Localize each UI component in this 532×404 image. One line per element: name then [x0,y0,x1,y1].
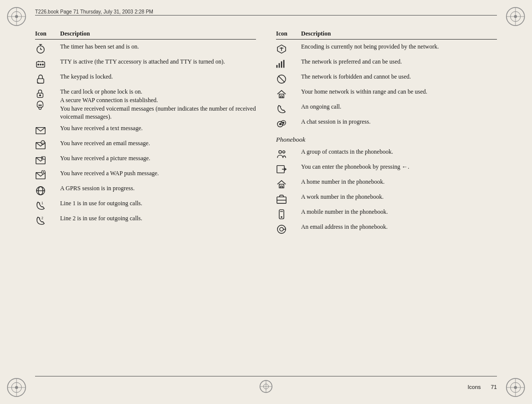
left-column: Icon Description The timer has been set … [35,30,256,374]
table-row: You have received a text message. [35,124,256,136]
icon-cell-line1: 1 [35,199,60,211]
icon-cell-home-network [276,88,301,100]
table-row: A GPRS session is in progress. [35,184,256,196]
table-row: @ You have received an email message. [35,139,256,151]
svg-rect-62 [281,96,283,98]
desc-cell-gprs: A GPRS session is in progress. [60,184,256,193]
table-row: Encoding is currently not being provided… [276,43,497,55]
table-row: 1 Line 1 is in use for outgoing calls. [35,199,256,211]
table-row: The keypad is locked. [35,73,256,85]
svg-line-60 [279,76,285,83]
icon-cell-wap-push [35,169,60,181]
footer-label: Icons [467,384,480,390]
left-icon-header: Icon [35,30,60,38]
table-row: A work number in the phonebook. [276,193,497,205]
icon-cell-tty [35,58,60,70]
desc-cell-email-msg: You have received an email message. [60,139,256,148]
left-table-header: Icon Description [35,30,256,40]
svg-point-65 [280,124,281,125]
icon-cell-email-msg: @ [35,139,60,151]
table-row: You have received a picture message. [35,154,256,166]
icon-cell-encoding [276,43,301,55]
svg-point-28 [42,64,43,65]
table-row: The timer has been set and is on. [35,43,256,55]
desc-cell-line1: Line 1 is in use for outgoing calls. [60,199,256,208]
desc-cell-tty: TTY is active (the TTY accessory is atta… [60,58,256,66]
corner-mark-br [503,375,528,400]
top-divider [35,15,497,16]
corner-mark-tr [503,4,528,29]
svg-point-35 [39,105,40,106]
table-row: The network is forbidden and cannot be u… [276,73,497,85]
desc-cell-keypad-lock: The keypad is locked. [60,73,256,81]
svg-point-36 [41,105,42,106]
svg-point-67 [279,151,282,154]
icon-cell-network-preferred [276,58,301,70]
table-row: An email address in the phonebook. [276,223,497,235]
footer-page-number: 71 [491,384,497,390]
table-row: Your home network is within range and ca… [276,88,497,100]
table-row: TTY is active (the TTY accessory is atta… [35,58,256,70]
svg-text:@: @ [42,142,44,145]
desc-cell-text-msg: You have received a text message. [60,124,256,133]
table-row: You can enter the phonebook by pressing … [276,163,497,175]
table-row: A group of contacts in the phonebook. [276,148,497,160]
table-row: You have received a WAP push message. [35,169,256,181]
icon-cell-text-msg [35,124,60,136]
desc-cell-mobile-number: A mobile number in the phonebook. [301,208,497,216]
icon-cell-home-number [276,178,301,190]
icon-cell-chat-session [276,118,301,130]
desc-cell-home-number: A home number in the phonebook. [301,178,497,186]
svg-point-66 [283,122,284,124]
right-desc-header: Description [301,30,497,38]
right-icon-header: Icon [276,30,301,38]
svg-point-79 [280,227,283,231]
desc-cell-picture-msg: You have received a picture message. [60,154,256,163]
svg-point-26 [38,64,39,65]
svg-text:1: 1 [42,201,44,205]
desc-cell-network-preferred: The network is preferred and can be used… [301,58,497,66]
table-row: A home number in the phonebook. [276,178,497,190]
icon-cell-picture-msg [35,154,60,166]
desc-cell-wap-push: You have received a WAP push message. [60,169,256,178]
icon-cell-mobile-number [276,208,301,220]
right-column: Icon Description Encoding is currently n… [276,30,497,374]
bottom-divider [35,376,497,376]
desc-cell-card-lock: The card lock or phone lock is on.A secu… [60,88,256,121]
desc-cell-home-network: Your home network is within range and ca… [301,88,497,96]
icon-cell-ongoing-call [276,103,301,115]
icon-cell-card-lock [35,88,60,111]
svg-point-76 [281,217,282,218]
table-row: An ongoing call. [276,103,497,115]
bottom-center-mark [258,379,274,394]
desc-cell-email-phonebook: An email address in the phonebook. [301,223,497,231]
desc-cell-work-number: A work number in the phonebook. [301,193,497,201]
page-footer: Icons 71 [467,384,497,390]
icon-cell-line2: 2 [35,214,60,226]
desc-cell-contacts-group: A group of contacts in the phonebook. [301,148,497,156]
top-bar: T226.book Page 71 Thursday, July 31, 200… [35,9,497,15]
svg-text:2: 2 [42,216,44,220]
phonebook-section: Phonebook [276,136,497,144]
icon-cell-phonebook-enter [276,163,301,175]
left-desc-header: Description [60,30,256,38]
table-row: A mobile number in the phonebook. [276,208,497,220]
svg-point-34 [40,95,41,96]
table-row: The card lock or phone lock is on.A secu… [35,88,256,121]
svg-point-27 [40,64,41,65]
desc-cell-network-forbidden: The network is forbidden and cannot be u… [301,73,497,81]
icon-cell-keypad-lock [35,73,60,85]
icon-cell-timer [35,43,60,55]
table-row: The network is preferred and can be used… [276,58,497,70]
corner-mark-bl [4,375,29,400]
desc-cell-timer: The timer has been set and is on. [60,43,256,51]
right-table-header: Icon Description [276,30,497,40]
table-row: A chat session is in progress. [276,118,497,130]
icon-cell-contacts-group [276,148,301,160]
main-content: Icon Description The timer has been set … [35,30,497,374]
svg-point-68 [283,151,285,153]
desc-cell-ongoing-call: An ongoing call. [301,103,497,111]
icon-cell-network-forbidden [276,73,301,85]
icon-cell-gprs [35,184,60,196]
desc-cell-encoding: Encoding is currently not being provided… [301,43,497,51]
